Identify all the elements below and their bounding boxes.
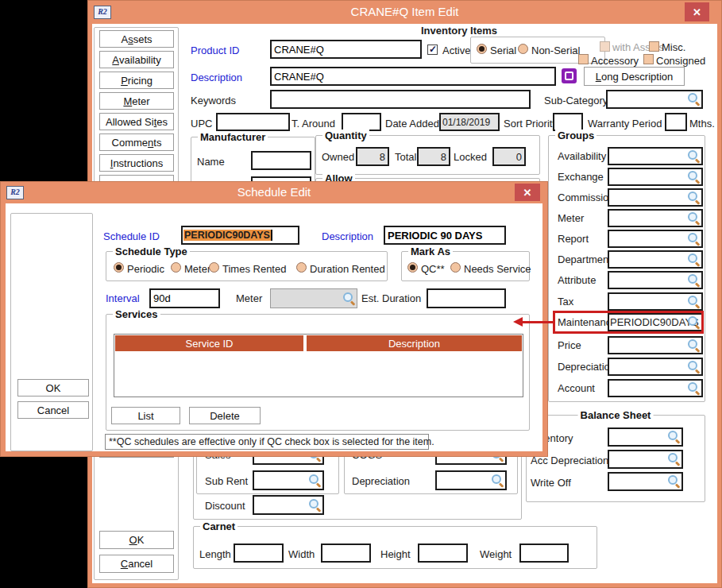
group-exchange-field[interactable] bbox=[608, 168, 703, 186]
sidebar-item-comments[interactable]: Comments bbox=[99, 133, 174, 151]
group-meter-field[interactable] bbox=[608, 209, 703, 227]
maintenance-highlight-rect bbox=[553, 311, 704, 334]
search-icon[interactable] bbox=[342, 292, 356, 305]
periodic-radio[interactable] bbox=[114, 262, 124, 273]
duration-rented-radio[interactable] bbox=[296, 262, 307, 273]
group-account-label: Account bbox=[558, 382, 595, 394]
sidebar-item-availability[interactable]: Availability bbox=[99, 51, 174, 68]
discount-field[interactable] bbox=[253, 495, 324, 515]
group-account-field[interactable] bbox=[608, 379, 703, 397]
long-description-button[interactable]: Long Description bbox=[584, 67, 685, 86]
search-icon[interactable] bbox=[491, 474, 504, 487]
keywords-field[interactable] bbox=[270, 90, 531, 109]
search-icon[interactable] bbox=[687, 253, 701, 266]
sidebar-item-pricing[interactable]: Pricing bbox=[99, 72, 174, 89]
service-id-column-header[interactable]: Service ID bbox=[115, 335, 303, 351]
services-table[interactable]: Service ID Description bbox=[114, 334, 523, 397]
group-availability-field[interactable] bbox=[608, 147, 703, 165]
discount-label: Discount bbox=[205, 500, 245, 512]
est-duration-field[interactable] bbox=[427, 288, 506, 308]
description-field[interactable] bbox=[270, 67, 556, 86]
item-edit-titlebar[interactable]: CRANE#Q Item Edit bbox=[87, 0, 722, 24]
ok-button[interactable]: OK bbox=[17, 379, 89, 397]
long-description-icon[interactable] bbox=[562, 68, 577, 83]
interval-field[interactable] bbox=[149, 288, 220, 308]
sort-priority-field[interactable] bbox=[553, 113, 583, 131]
search-icon[interactable] bbox=[687, 232, 701, 246]
group-attribute-field[interactable] bbox=[608, 271, 703, 289]
close-icon[interactable]: ✕ bbox=[515, 184, 540, 201]
search-icon[interactable] bbox=[308, 474, 322, 487]
meter-radio[interactable] bbox=[171, 262, 181, 273]
list-button[interactable]: List bbox=[111, 407, 180, 424]
schedule-edit-window: Schedule Edit R2 ✕ OK Cancel Schedule ID… bbox=[0, 181, 548, 457]
ok-button[interactable]: OK bbox=[99, 531, 174, 549]
length-field[interactable] bbox=[234, 544, 284, 563]
cancel-button[interactable]: Cancel bbox=[17, 401, 89, 419]
t-around-field[interactable] bbox=[342, 113, 381, 131]
search-icon[interactable] bbox=[687, 92, 701, 106]
delete-button[interactable]: Delete bbox=[189, 407, 261, 424]
qc-note: **QC schedules are effective only if QC … bbox=[105, 434, 429, 450]
sidebar-item-allowed-sites[interactable]: Allowed Sites bbox=[99, 113, 174, 130]
with-assets-checkbox[interactable] bbox=[600, 41, 610, 52]
close-icon[interactable]: ✕ bbox=[685, 2, 709, 21]
description-column-header[interactable]: Description bbox=[307, 335, 522, 351]
write-off-field[interactable] bbox=[608, 472, 683, 491]
sidebar-item-meter[interactable]: Meter bbox=[99, 92, 174, 110]
group-report-field[interactable] bbox=[608, 230, 703, 248]
height-field[interactable] bbox=[418, 544, 468, 563]
warranty-period-field[interactable] bbox=[665, 113, 687, 131]
upc-field[interactable] bbox=[216, 113, 290, 131]
times-rented-radio[interactable] bbox=[209, 262, 219, 273]
search-icon[interactable] bbox=[687, 170, 701, 184]
group-tax-field[interactable] bbox=[608, 292, 703, 311]
search-icon[interactable] bbox=[687, 381, 701, 395]
acc-depreciation-field[interactable] bbox=[608, 450, 683, 469]
product-id-field[interactable] bbox=[270, 40, 422, 59]
dialog-description-field[interactable] bbox=[384, 226, 506, 245]
width-field[interactable] bbox=[321, 544, 371, 563]
search-icon[interactable] bbox=[687, 211, 701, 225]
search-icon[interactable] bbox=[667, 430, 681, 443]
schedule-edit-titlebar[interactable]: Schedule Edit bbox=[0, 181, 548, 203]
weight-field[interactable] bbox=[519, 544, 569, 563]
misc-checkbox[interactable] bbox=[649, 41, 659, 52]
sub-category-field[interactable] bbox=[606, 90, 703, 109]
search-icon[interactable] bbox=[687, 149, 701, 163]
search-icon[interactable] bbox=[687, 338, 701, 352]
sidebar-item-assets[interactable]: Assets bbox=[99, 30, 174, 48]
serial-radio[interactable] bbox=[477, 44, 487, 54]
inventory-field[interactable] bbox=[608, 427, 683, 447]
cancel-button[interactable]: Cancel bbox=[99, 555, 174, 573]
qc-radio[interactable] bbox=[407, 262, 418, 273]
search-icon[interactable] bbox=[687, 273, 701, 287]
consigned-label: Consigned bbox=[656, 55, 705, 67]
non-serial-radio[interactable] bbox=[518, 44, 528, 54]
search-icon[interactable] bbox=[687, 295, 701, 308]
group-depreciation-field[interactable] bbox=[608, 358, 703, 376]
date-added-field: 01/18/2019 bbox=[439, 113, 500, 131]
group-report-label: Report bbox=[558, 233, 589, 245]
schedule-id-field[interactable]: PERIODIC90DAYS bbox=[181, 226, 299, 245]
consigned-checkbox[interactable] bbox=[643, 54, 654, 64]
sidebar-item-instructions[interactable]: Instructions bbox=[99, 154, 174, 172]
group-price-field[interactable] bbox=[608, 336, 703, 354]
group-department-field[interactable] bbox=[608, 250, 703, 269]
accessory-label: Accessory bbox=[591, 55, 639, 67]
needs-service-radio[interactable] bbox=[450, 262, 461, 273]
locked-label: Locked bbox=[454, 151, 487, 163]
search-icon[interactable] bbox=[308, 498, 322, 512]
accessory-checkbox[interactable] bbox=[578, 54, 589, 64]
gl-depreciation-field[interactable] bbox=[435, 470, 507, 490]
non-serial-label: Non-Serial bbox=[531, 44, 580, 56]
locked-field: 0 bbox=[492, 147, 526, 166]
group-commission-field[interactable] bbox=[608, 188, 703, 207]
sub-rent-field[interactable] bbox=[253, 470, 324, 490]
active-checkbox[interactable] bbox=[427, 44, 438, 55]
search-icon[interactable] bbox=[667, 452, 681, 466]
search-icon[interactable] bbox=[667, 474, 681, 488]
manufacturer-name-field[interactable] bbox=[251, 151, 311, 170]
search-icon[interactable] bbox=[687, 360, 701, 373]
search-icon[interactable] bbox=[687, 191, 701, 204]
